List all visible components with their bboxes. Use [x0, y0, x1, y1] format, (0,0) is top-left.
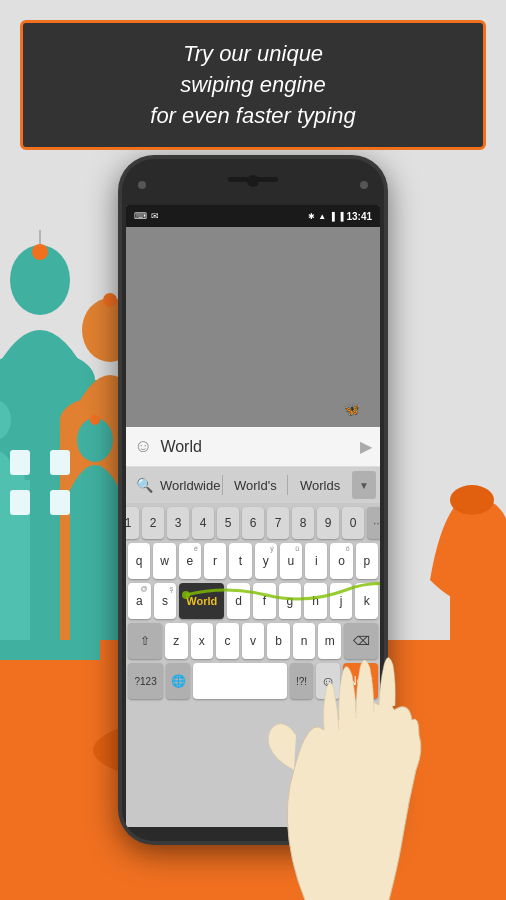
phone-dot-right [360, 181, 368, 189]
svg-rect-22 [50, 450, 70, 475]
status-bar: ⌨ ✉ ✱ ▲ ▐ ▐ 13:41 [126, 205, 380, 227]
svg-point-19 [450, 485, 494, 515]
battery-icon: ▐ [338, 212, 344, 221]
svg-point-6 [32, 244, 48, 260]
key-lang[interactable]: 🌐 [166, 663, 190, 699]
input-bar[interactable]: ☺ World ▶ [126, 427, 380, 467]
key-world-highlight[interactable]: World [179, 583, 224, 619]
key-o[interactable]: oö [330, 543, 352, 579]
suggestion-worlds[interactable]: World's [223, 474, 287, 497]
key-more[interactable]: ··· [367, 507, 380, 539]
key-s[interactable]: sş [154, 583, 177, 619]
key-x[interactable]: x [191, 623, 214, 659]
svg-point-18 [90, 415, 100, 425]
header-banner: Try our unique swiping engine for even f… [20, 20, 486, 150]
wifi-icon: ▲ [318, 212, 326, 221]
svg-rect-20 [450, 560, 506, 660]
key-y[interactable]: yý [255, 543, 277, 579]
key-5[interactable]: 5 [217, 507, 239, 539]
decorative-icon: 🦋 [343, 401, 360, 417]
send-icon[interactable]: ▶ [360, 437, 372, 456]
key-shift[interactable]: ⇧ [128, 623, 162, 659]
svg-rect-23 [10, 490, 30, 515]
key-4[interactable]: 4 [192, 507, 214, 539]
signal-icon: ▐ [329, 212, 335, 221]
status-right: ✱ ▲ ▐ ▐ 13:41 [308, 211, 372, 222]
key-9[interactable]: 9 [317, 507, 339, 539]
row-qwerty: q w eè r t yý uü i oö p [128, 543, 378, 579]
suggestion-worlds2[interactable]: Worlds [288, 474, 352, 497]
key-p[interactable]: p [356, 543, 378, 579]
key-q[interactable]: q [128, 543, 150, 579]
bluetooth-icon: ✱ [308, 212, 315, 221]
header-text: Try our unique swiping engine for even f… [43, 39, 463, 131]
phone-dot-left [138, 181, 146, 189]
background: Try our unique swiping engine for even f… [0, 0, 506, 900]
key-r[interactable]: r [204, 543, 226, 579]
svg-point-11 [103, 293, 117, 307]
status-time: 13:41 [346, 211, 372, 222]
key-6[interactable]: 6 [242, 507, 264, 539]
hand-illustration [234, 600, 454, 900]
phone-camera [247, 175, 259, 187]
expand-suggestions-icon[interactable]: ▼ [352, 471, 376, 499]
key-u[interactable]: uü [280, 543, 302, 579]
key-i[interactable]: i [305, 543, 327, 579]
suggestions-bar: 🔍 Worldwide World's Worlds ▼ [126, 467, 380, 503]
input-text[interactable]: World [160, 438, 360, 456]
keyboard-icon: ⌨ [134, 211, 147, 221]
app-content-area: 🦋 [126, 227, 380, 427]
key-3[interactable]: 3 [167, 507, 189, 539]
key-2[interactable]: 2 [142, 507, 164, 539]
status-left: ⌨ ✉ [134, 211, 159, 221]
suggestion-worldwide[interactable]: Worldwide [158, 474, 222, 497]
key-symbols[interactable]: ?123 [128, 663, 163, 699]
key-8[interactable]: 8 [292, 507, 314, 539]
svg-rect-16 [70, 490, 120, 640]
smiley-icon[interactable]: ☺ [134, 436, 152, 457]
key-0[interactable]: 0 [342, 507, 364, 539]
email-icon: ✉ [151, 211, 159, 221]
search-icon[interactable]: 🔍 [130, 471, 158, 499]
key-w[interactable]: w [153, 543, 175, 579]
numbers-row: 1 2 3 4 5 6 7 8 9 0 ··· [128, 507, 378, 539]
svg-rect-21 [10, 450, 30, 475]
key-7[interactable]: 7 [267, 507, 289, 539]
key-z[interactable]: z [165, 623, 188, 659]
key-1[interactable]: 1 [126, 507, 139, 539]
key-e[interactable]: eè [179, 543, 201, 579]
key-a[interactable]: a@ [128, 583, 151, 619]
key-t[interactable]: t [229, 543, 251, 579]
svg-rect-24 [50, 490, 70, 515]
